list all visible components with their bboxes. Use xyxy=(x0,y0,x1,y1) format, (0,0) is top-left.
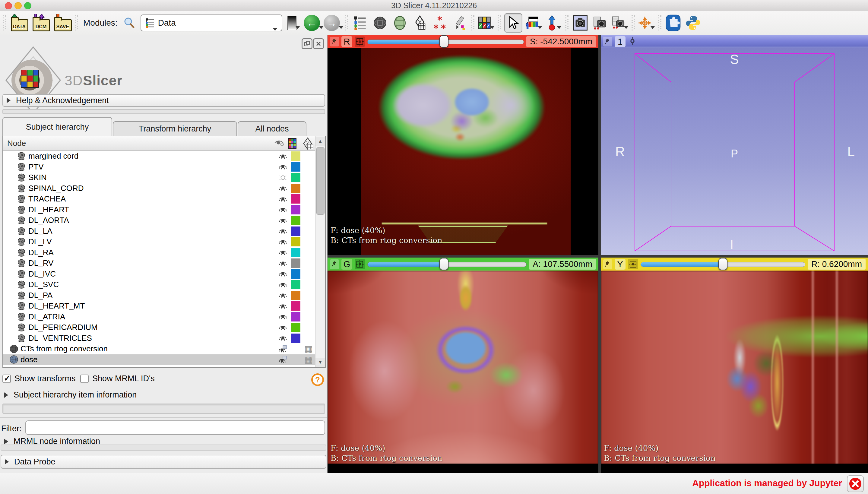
visibility-toggle[interactable] xyxy=(276,206,290,213)
slice-offset-slider[interactable] xyxy=(367,258,526,271)
pin-icon[interactable] xyxy=(330,259,339,269)
visibility-toggle[interactable] xyxy=(276,174,290,181)
toolbar-grip[interactable] xyxy=(498,15,501,31)
tab-transform-hierarchy[interactable]: Transform hierarchy xyxy=(113,121,237,136)
color-swatch[interactable] xyxy=(290,323,302,332)
color-swatch[interactable] xyxy=(290,237,302,246)
visibility-toggle[interactable] xyxy=(276,281,290,288)
pin-icon[interactable] xyxy=(603,37,612,46)
scrollbar-thumb[interactable] xyxy=(316,147,325,215)
toolbar-grip[interactable] xyxy=(632,15,635,31)
tree-item-dl-ivc[interactable]: DL_IVC xyxy=(3,269,315,280)
python-console-button[interactable] xyxy=(684,14,701,32)
help-acknowledgement-section[interactable]: Help & Acknowledgement xyxy=(2,94,325,107)
tab-all-nodes[interactable]: All nodes xyxy=(238,121,306,136)
color-swatch[interactable] xyxy=(290,227,302,236)
module-back-button[interactable]: ← xyxy=(305,14,322,32)
volume-grid-icon[interactable]: ▦ xyxy=(302,344,315,354)
visibility-toggle[interactable] xyxy=(276,238,290,246)
save-button[interactable]: SAVE xyxy=(53,14,72,32)
tree-item-spinal-cord[interactable]: SPINAL_CORD xyxy=(3,183,315,194)
filter-input[interactable] xyxy=(25,420,325,435)
visibility-toggle[interactable] xyxy=(276,249,290,256)
layout-selector-button[interactable] xyxy=(478,14,495,32)
slice-visibility-toggle[interactable] xyxy=(355,37,365,47)
color-swatch[interactable] xyxy=(290,269,302,279)
load-data-button[interactable]: DATA xyxy=(9,14,28,32)
toolbar-grip[interactable] xyxy=(3,15,7,31)
tree-item-trachea[interactable]: TRACHEA xyxy=(3,194,315,205)
undock-panel-button[interactable] xyxy=(302,38,312,49)
adjust-window-level-button[interactable] xyxy=(525,14,542,32)
threed-view[interactable]: 1 S R P L I xyxy=(601,35,868,255)
color-column-icon[interactable] xyxy=(288,138,297,151)
visibility-toggle[interactable] xyxy=(276,292,290,299)
screenshot-button[interactable] xyxy=(572,14,589,32)
pin-icon[interactable] xyxy=(603,259,612,269)
color-swatch[interactable] xyxy=(290,334,302,343)
visibility-toggle[interactable] xyxy=(276,303,290,310)
view-label[interactable]: R xyxy=(342,36,352,47)
mouse-interaction-button[interactable] xyxy=(504,13,522,33)
tree-item-cts-from-rtog-conversion[interactable]: CTs from rtog conversion▦ xyxy=(3,343,315,354)
visibility-toggle[interactable] xyxy=(276,345,290,353)
toolbar-grip[interactable] xyxy=(565,15,569,31)
scroll-up-button[interactable]: ▲ xyxy=(315,137,325,146)
color-swatch[interactable] xyxy=(290,173,302,182)
toolbar-grip[interactable] xyxy=(471,15,475,31)
data-probe-section[interactable]: Data Probe xyxy=(1,455,326,469)
tree-item-dl-lv[interactable]: DL_LV xyxy=(3,236,315,247)
color-swatch[interactable] xyxy=(290,151,302,161)
center-view-icon[interactable] xyxy=(628,37,637,47)
module-shortcut-editor-button[interactable] xyxy=(451,14,468,32)
tree-item-ptv[interactable]: PTV xyxy=(3,162,315,172)
slice-visibility-toggle[interactable] xyxy=(628,259,638,269)
module-history-button[interactable] xyxy=(285,14,302,32)
visibility-toggle[interactable] xyxy=(276,335,290,342)
color-swatch[interactable] xyxy=(290,216,302,225)
toolbar-grip[interactable] xyxy=(345,15,349,31)
visibility-toggle[interactable] xyxy=(276,195,290,203)
slice-visibility-toggle[interactable] xyxy=(355,259,365,269)
toolbar-grip[interactable] xyxy=(658,15,662,31)
slider-handle[interactable] xyxy=(440,35,448,48)
slice-offset-slider[interactable] xyxy=(367,35,524,48)
crosshair-button[interactable] xyxy=(638,14,655,32)
visibility-toggle[interactable] xyxy=(276,163,290,170)
color-swatch[interactable] xyxy=(290,184,302,193)
tree-item-dose[interactable]: dose▦ xyxy=(3,354,315,365)
color-swatch[interactable] xyxy=(290,248,302,257)
module-shortcut-annotations-button[interactable] xyxy=(431,14,448,32)
tree-item-dl-atria[interactable]: DL_ATRIA xyxy=(3,311,315,322)
module-selector[interactable]: Data xyxy=(140,15,282,31)
tab-subject-hierarchy[interactable]: Subject hierarchy xyxy=(2,117,112,136)
toolbar-grip[interactable] xyxy=(75,15,78,31)
sagittal-slice-image[interactable]: F: dose (40%) B: CTs from rtog conversio… xyxy=(601,271,868,473)
color-swatch[interactable] xyxy=(290,280,302,289)
show-transforms-checkbox[interactable] xyxy=(2,375,11,383)
slider-handle[interactable] xyxy=(440,258,448,270)
extensions-manager-button[interactable] xyxy=(665,14,681,32)
visibility-toggle[interactable] xyxy=(276,185,290,192)
tree-item-dl-svc[interactable]: DL_SVC xyxy=(3,279,315,290)
color-swatch[interactable] xyxy=(290,301,302,311)
tree-item-margined-cord[interactable]: margined cord xyxy=(3,151,315,162)
scene-view-restore-button[interactable] xyxy=(612,14,629,32)
module-shortcut-models-button[interactable] xyxy=(391,14,408,32)
load-dicom-button[interactable]: DCM xyxy=(31,14,50,32)
color-swatch[interactable] xyxy=(290,312,302,322)
mesh-column-icon[interactable] xyxy=(302,137,314,151)
color-swatch[interactable] xyxy=(290,194,302,204)
slider-handle[interactable] xyxy=(718,258,728,270)
view-label[interactable]: 1 xyxy=(615,36,625,47)
red-slice-view[interactable]: R S: -542.5000mm F: dose (40%) B: CTs fr… xyxy=(328,35,598,255)
visibility-toggle[interactable] xyxy=(276,324,290,331)
visibility-toggle[interactable] xyxy=(276,313,290,320)
tree-item-dl-la[interactable]: DL_LA xyxy=(3,226,315,237)
scene-view-capture-button[interactable] xyxy=(592,14,609,32)
pin-icon[interactable] xyxy=(330,37,339,46)
place-markup-point-button[interactable] xyxy=(545,14,562,32)
coronal-slice-image[interactable]: F: dose (40%) B: CTs from rtog conversio… xyxy=(328,271,598,473)
color-swatch[interactable] xyxy=(290,205,302,214)
module-search-button[interactable] xyxy=(121,14,137,32)
